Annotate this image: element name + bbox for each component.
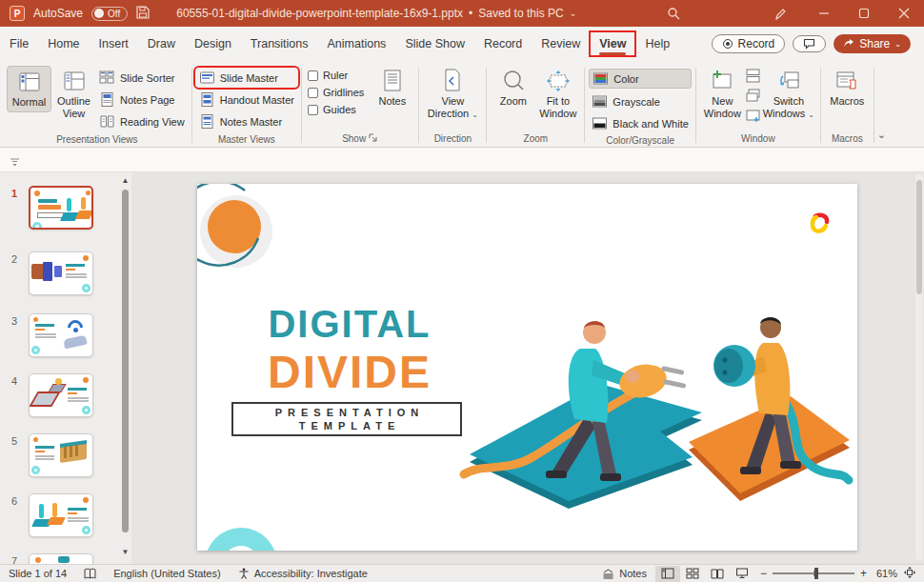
collapse-ribbon-chevron-icon[interactable]: ⌄	[877, 129, 886, 141]
vertical-scrollbar[interactable]	[915, 174, 923, 560]
language-indicator[interactable]: English (United States)	[105, 568, 230, 579]
dialog-launcher-icon[interactable]	[369, 133, 378, 143]
fit-to-window-button[interactable]: Fit to Window	[535, 66, 580, 122]
powerpoint-app-icon[interactable]: P	[10, 6, 25, 21]
cascade-windows-icon[interactable]	[745, 88, 761, 104]
slide-subtitle-box[interactable]: PRESENTATION TEMPLATE	[231, 402, 462, 436]
reading-view-small-icon	[711, 568, 724, 579]
thumbnail-scrollbar[interactable]: ▲ ▼	[121, 176, 130, 557]
tab-record[interactable]: Record	[474, 31, 532, 56]
ribbon-tab-bar: File Home Insert Draw Design Transitions…	[0, 27, 924, 61]
tab-draw[interactable]: Draw	[138, 31, 185, 56]
zoom-button[interactable]: Zoom	[491, 66, 535, 110]
scrollbar-thumb[interactable]	[122, 190, 129, 532]
normal-view-toggle[interactable]	[655, 566, 680, 582]
group-separator	[486, 68, 487, 143]
search-icon[interactable]	[653, 0, 693, 27]
slide-thumbnail-4[interactable]	[29, 373, 93, 417]
maximize-button[interactable]	[844, 0, 884, 27]
slide-canvas[interactable]: DIGITAL DIVIDE PRESENTATION TEMPLATE	[197, 184, 857, 551]
tab-transitions[interactable]: Transitions	[241, 31, 318, 56]
pane-options-icon[interactable]	[10, 154, 20, 171]
notes-button[interactable]: Notes	[370, 66, 414, 110]
share-button[interactable]: Share ⌄	[834, 34, 911, 53]
handout-master-button[interactable]: Handout Master	[196, 90, 297, 109]
zoom-in-icon[interactable]: +	[860, 567, 867, 580]
slide-thumbnail-6[interactable]	[29, 493, 93, 537]
reading-view-icon	[99, 113, 115, 130]
slide-thumbnail-1[interactable]	[29, 186, 93, 230]
zoom-slider-thumb[interactable]	[814, 568, 818, 579]
notes-toggle[interactable]: Notes	[593, 568, 655, 579]
normal-view-small-icon	[661, 568, 674, 579]
slide-title-divide[interactable]: DIVIDE	[254, 346, 445, 398]
powerpoint-window: P AutoSave Off 60555-01-digital-divide-p…	[0, 0, 924, 582]
comment-icon	[803, 38, 815, 50]
tab-animations[interactable]: Animations	[318, 31, 396, 56]
gridlines-checkbox[interactable]: Gridlines	[306, 86, 366, 99]
accessibility-status[interactable]: Accessibility: Investigate	[230, 568, 376, 579]
slideshow-toggle[interactable]	[730, 566, 754, 582]
ribbon-lower-strip	[0, 148, 924, 172]
move-split-icon[interactable]	[745, 108, 761, 124]
handout-master-icon	[199, 91, 215, 108]
slide-counter[interactable]: Slide 1 of 14	[0, 568, 75, 579]
slide-sorter-toggle[interactable]	[680, 566, 705, 582]
autosave-toggle[interactable]: Off	[91, 7, 128, 21]
group-label-master-views: Master Views	[193, 132, 300, 147]
comments-button[interactable]	[793, 35, 826, 52]
notes-page-button[interactable]: Notes Page	[96, 90, 188, 109]
slide-thumbnail-7[interactable]	[29, 553, 93, 564]
black-and-white-button[interactable]: Black and White	[589, 114, 691, 132]
view-direction-icon	[440, 69, 465, 93]
switch-windows-button[interactable]: Switch Windows ⌄	[761, 66, 816, 122]
record-button[interactable]: Record	[712, 34, 786, 53]
outline-view-button[interactable]: Outline View	[51, 66, 96, 122]
tab-view[interactable]: View	[590, 31, 635, 56]
save-icon[interactable]	[136, 6, 150, 22]
reading-view-toggle[interactable]	[705, 566, 730, 582]
zoom-out-icon[interactable]: −	[760, 567, 767, 580]
ruler-checkbox[interactable]: Ruler	[306, 69, 366, 82]
slide-thumbnail-3[interactable]	[29, 313, 93, 357]
tab-review[interactable]: Review	[532, 31, 590, 56]
notes-master-button[interactable]: Notes Master	[196, 112, 297, 130]
new-window-button[interactable]: New Window	[700, 66, 745, 122]
group-direction: View Direction ⌄ Direction	[420, 64, 485, 147]
zoom-track[interactable]	[773, 572, 854, 574]
slide-thumbnail-2[interactable]	[29, 251, 93, 295]
scroll-up-icon[interactable]: ▲	[121, 176, 130, 185]
minimize-button[interactable]	[804, 0, 844, 27]
slide-master-button[interactable]: Slide Master	[196, 69, 297, 87]
tab-design[interactable]: Design	[185, 31, 241, 56]
arrange-all-icon[interactable]	[745, 68, 761, 84]
document-title[interactable]: 60555-01-digital-divide-powerpoint-templ…	[176, 7, 576, 20]
normal-view-button[interactable]: Normal	[7, 66, 51, 112]
tab-help[interactable]: Help	[635, 31, 679, 56]
slide-thumbnail-5[interactable]	[29, 433, 93, 477]
tab-file[interactable]: File	[0, 31, 38, 56]
scroll-down-icon[interactable]: ▼	[121, 548, 130, 556]
zoom-slider[interactable]: − +	[754, 567, 873, 580]
view-direction-button[interactable]: View Direction ⌄	[423, 66, 482, 122]
tab-home[interactable]: Home	[38, 31, 89, 56]
switch-windows-icon	[776, 69, 801, 93]
slide-sorter-button[interactable]: Slide Sorter	[96, 69, 188, 87]
fit-slide-to-window-icon[interactable]	[901, 566, 924, 581]
grayscale-button[interactable]: Grayscale	[589, 92, 691, 110]
reading-view-button[interactable]: Reading View	[96, 112, 188, 130]
spellcheck-icon[interactable]	[75, 568, 105, 579]
group-label-direction: Direction	[420, 130, 485, 147]
color-button[interactable]: Color	[589, 69, 691, 89]
tab-slide-show[interactable]: Slide Show	[395, 31, 474, 56]
guides-checkbox[interactable]: Guides	[306, 103, 366, 116]
tab-insert[interactable]: Insert	[90, 31, 138, 56]
slide-title-digital[interactable]: DIGITAL	[254, 303, 445, 346]
record-icon	[722, 38, 733, 50]
close-button[interactable]	[884, 0, 924, 27]
zoom-percentage[interactable]: 61%	[873, 568, 901, 579]
macros-button[interactable]: Macros	[825, 66, 870, 110]
scrollbar-thumb[interactable]	[916, 180, 922, 294]
chevron-down-icon: ⌄	[808, 110, 814, 119]
ink-pen-icon[interactable]	[760, 0, 800, 27]
